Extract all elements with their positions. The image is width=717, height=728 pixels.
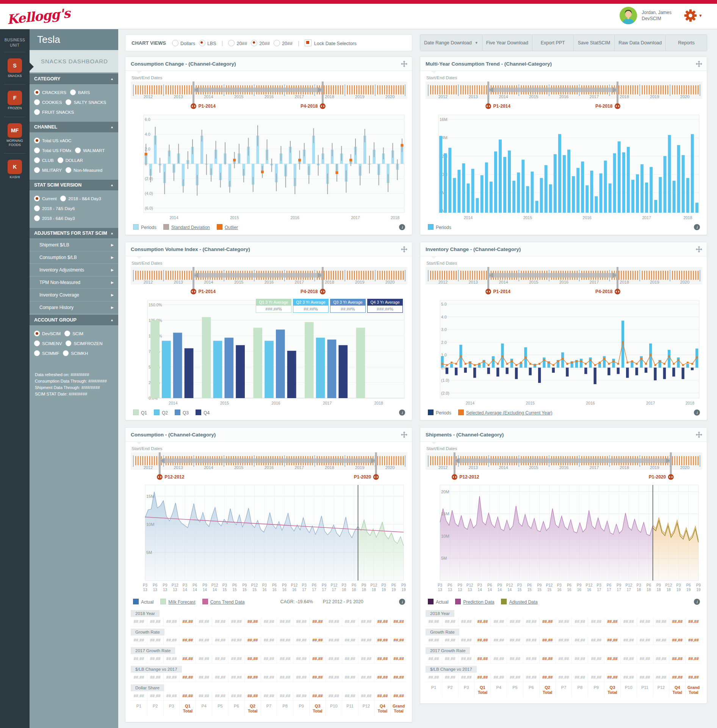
- table-cell: ##.##: [669, 655, 685, 664]
- legend-item[interactable]: Outlier: [217, 224, 238, 230]
- date-range-slider[interactable]: 201220132014201520162017201820192020P12-…: [426, 452, 702, 481]
- save-statscim-button[interactable]: Save StatSCIM: [573, 35, 615, 51]
- legend-item[interactable]: Prediction Data: [455, 599, 494, 605]
- business-unit-snacks[interactable]: SSNACKS: [0, 56, 30, 80]
- filter-option[interactable]: WALMART: [75, 147, 105, 153]
- reports-button[interactable]: Reports: [665, 35, 707, 51]
- legend-item: Periods: [133, 224, 157, 230]
- section-header-category[interactable]: CATEGORY▲: [30, 74, 118, 84]
- year-radio[interactable]: 20##: [274, 40, 293, 46]
- legend-item[interactable]: Adjusted Data: [501, 599, 537, 605]
- filter-option[interactable]: SCIMMF: [34, 350, 59, 356]
- adjustment-item[interactable]: Shipment $/LB▶: [30, 238, 118, 251]
- adjustment-item[interactable]: Compare History▶: [30, 301, 118, 314]
- table-cell: ##.##: [442, 655, 458, 664]
- table-cell: ##.##: [179, 618, 196, 626]
- section-header-account-group[interactable]: ACCOUNT GROUP▲: [30, 315, 118, 325]
- info-icon[interactable]: i: [694, 410, 700, 416]
- filter-option[interactable]: SCIM: [64, 331, 83, 336]
- move-icon[interactable]: [696, 246, 702, 253]
- move-icon[interactable]: [401, 246, 407, 253]
- info-icon[interactable]: i: [399, 599, 405, 605]
- legend-item[interactable]: Standard Deviation: [163, 224, 210, 230]
- move-icon[interactable]: [401, 61, 407, 67]
- adjustment-item[interactable]: Consumption $/LB▶: [30, 251, 118, 264]
- table-cell: ##.##: [196, 673, 212, 682]
- filter-option[interactable]: 2018 - 7&5 Day6: [34, 206, 75, 211]
- filter-option[interactable]: Total US xAOC: [34, 138, 71, 143]
- filter-option[interactable]: COOKIES: [34, 99, 62, 105]
- table-cell: ##.##: [669, 636, 685, 645]
- filter-option[interactable]: SCIMENV: [34, 340, 62, 346]
- business-unit-morning-foods[interactable]: MFMORNING FOODS: [0, 121, 30, 150]
- five-year-download-button[interactable]: Five Year Download: [482, 35, 532, 51]
- adjustment-item[interactable]: Inventory Coverage▶: [30, 289, 118, 301]
- date-range-slider[interactable]: 201220132014201520162017201820192020P1-2…: [131, 82, 407, 110]
- adjustment-item[interactable]: TPM Non-Measured▶: [30, 276, 118, 289]
- filter-option[interactable]: SCIMKH: [63, 350, 88, 356]
- table-cell: ##.##: [458, 636, 474, 645]
- table-cell: ##.##: [556, 618, 572, 626]
- inventory-change-chart: 5.04.03.02.01.00.0(1.0)(2.0)201420152016…: [426, 297, 702, 406]
- export-ppt-button[interactable]: Export PPT: [532, 35, 573, 51]
- filter-option[interactable]: MILITARY: [34, 167, 62, 173]
- filter-option[interactable]: SALTY SNACKS: [66, 99, 106, 105]
- filter-option[interactable]: CLUB: [34, 157, 54, 163]
- section-header-channel[interactable]: CHANNEL▲: [30, 122, 118, 132]
- section-header-adjustments-for-stat-scim[interactable]: ADJUSTMENTS FOR STAT SCIM▲: [30, 228, 118, 238]
- measure-radio[interactable]: LBS: [199, 40, 216, 46]
- raw-data-download-button[interactable]: Raw Data Download: [614, 35, 665, 51]
- year-radio[interactable]: 20##: [228, 40, 247, 46]
- year-radio[interactable]: 20##: [251, 40, 270, 46]
- button-label: Reports: [678, 40, 695, 46]
- filter-option[interactable]: DOLLAR: [58, 157, 83, 163]
- svg-text:P1214: P1214: [506, 583, 513, 592]
- user-info[interactable]: Jordan, James DevSCIM: [642, 9, 672, 22]
- legend-item[interactable]: Selected Average (Excluding Current Year…: [458, 410, 553, 416]
- date-range-slider[interactable]: 201220132014201520162017201820192020P1-2…: [426, 82, 702, 110]
- info-icon[interactable]: i: [399, 410, 405, 416]
- adjustment-item[interactable]: Inventory Adjustments▶: [30, 264, 118, 276]
- date-range-slider[interactable]: 201220132014201520162017201820192020P1-2…: [426, 267, 702, 296]
- date-range-download-button[interactable]: Date Range Download▼: [420, 35, 482, 51]
- move-icon[interactable]: [696, 61, 702, 67]
- move-icon[interactable]: [401, 431, 407, 438]
- date-range-slider[interactable]: 201220132014201520162017201820192020P1-2…: [131, 267, 407, 296]
- legend-item[interactable]: Milk Forecast: [160, 599, 195, 605]
- info-icon[interactable]: i: [694, 599, 700, 605]
- table-column-header: P8: [277, 701, 293, 716]
- svg-text:2012: 2012: [144, 94, 153, 99]
- svg-text:P316: P316: [557, 583, 562, 592]
- business-unit-frozen[interactable]: FFROZEN: [0, 88, 30, 113]
- user-avatar[interactable]: [620, 7, 637, 24]
- radio-icon: [64, 331, 70, 336]
- radio-icon: [34, 167, 40, 173]
- measure-radio[interactable]: Dollars: [172, 40, 195, 46]
- filter-option[interactable]: SCIMFROZEN: [66, 340, 102, 346]
- filter-option[interactable]: CRACKERS: [34, 89, 66, 95]
- legend-item[interactable]: Cons Trend Data: [202, 599, 245, 605]
- move-icon[interactable]: [696, 431, 702, 438]
- filter-option[interactable]: FRUIT SNACKS: [34, 109, 74, 115]
- lock-date-selectors-checkbox[interactable]: Lock Date Selectors: [305, 39, 357, 46]
- filter-option[interactable]: BARS: [70, 89, 90, 95]
- date-range-slider[interactable]: 201220132014201520162017201820192020P12-…: [131, 452, 407, 481]
- business-unit-kashi[interactable]: KKASHI: [0, 157, 30, 182]
- filter-option[interactable]: Current: [34, 196, 56, 201]
- filter-option[interactable]: Total US FDMx: [34, 147, 71, 153]
- multi-year-consumption-trend-chart: 16M14M12M10M8M6M20142015201620172018: [426, 111, 702, 221]
- chart-legend: ActualPrediction DataAdjusted Datai: [426, 596, 701, 606]
- shipments-area-chart: 20M15M10M5MP313P613P913P1213P314P614P914…: [426, 482, 702, 596]
- svg-text:2.0: 2.0: [441, 340, 447, 345]
- filter-option[interactable]: Non-Measured: [66, 167, 102, 173]
- section-header-stat-scim-version[interactable]: STAT SCIM VERSION▲: [30, 180, 118, 190]
- filter-option-label: CRACKERS: [42, 90, 66, 95]
- svg-text:2017: 2017: [295, 94, 304, 99]
- filter-option[interactable]: DevSCIM: [34, 331, 61, 336]
- filter-option[interactable]: 2018 - 8&4 Day3: [60, 196, 101, 201]
- panel-header: Consumption - (Channel-Category): [125, 428, 412, 442]
- info-icon[interactable]: i: [694, 224, 700, 230]
- info-icon[interactable]: i: [399, 224, 405, 230]
- filter-option[interactable]: 2018 - 6&6 Day3: [34, 215, 75, 221]
- settings-menu[interactable]: ▼: [684, 9, 703, 22]
